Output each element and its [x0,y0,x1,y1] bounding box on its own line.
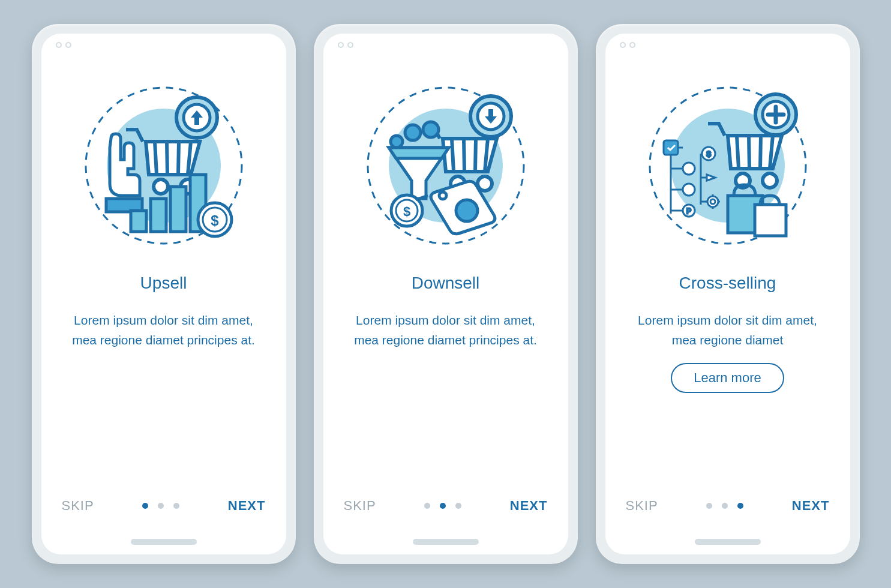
page-indicator [142,503,179,509]
arrow-down-icon [470,96,511,137]
camera-speaker-dots [620,42,635,48]
cross-selling-illustration: P $ [638,76,818,256]
upsell-illustration: $ [74,76,254,256]
dot [722,503,728,509]
svg-line-4 [178,142,179,175]
svg-line-41 [760,136,761,169]
svg-line-40 [749,136,749,169]
onboarding-nav: SKIP NEXT [626,498,830,514]
svg-point-6 [154,179,168,194]
svg-rect-11 [131,211,146,232]
svg-point-35 [456,200,478,221]
dot [142,503,148,509]
skip-button[interactable]: SKIP [626,498,658,514]
skip-button[interactable]: SKIP [344,498,376,514]
svg-point-63 [707,196,718,207]
next-button[interactable]: NEXT [792,498,830,514]
svg-point-34 [439,192,446,199]
dot [158,503,164,509]
svg-line-21 [464,139,464,172]
screen-title: Upsell [140,274,187,293]
svg-line-22 [475,139,476,172]
onboarding-nav: SKIP NEXT [344,498,548,514]
svg-text:P: P [686,207,691,215]
svg-rect-66 [755,205,786,236]
svg-rect-13 [170,187,186,232]
home-indicator [131,539,197,545]
next-button[interactable]: NEXT [228,498,266,514]
dot [706,503,712,509]
svg-point-29 [423,122,439,137]
phone-mockup: $ Downsell Lorem ipsum dolor sit dim ame… [314,24,578,564]
dot [424,503,430,509]
onboarding-screen-3: P $ Cross-selling Lorem ipsum dolor sit … [605,34,850,554]
dot [173,503,179,509]
phone-mockup: $ Upsell Lorem ipsum dolor sit dim amet,… [32,24,296,564]
screen-title: Downsell [412,274,480,293]
screen-description: Lorem ipsum dolor sit dim amet, mea regi… [62,311,266,350]
next-button[interactable]: NEXT [510,498,548,514]
arrow-up-icon [176,97,217,138]
svg-text:$: $ [211,212,219,229]
svg-line-2 [155,142,157,175]
dot [440,503,446,509]
home-indicator [413,539,479,545]
downsell-illustration: $ [356,76,536,256]
svg-point-51 [683,163,695,175]
camera-speaker-dots [56,42,71,48]
svg-line-39 [737,136,739,169]
page-indicator [706,503,743,509]
learn-more-button[interactable]: Learn more [671,363,784,393]
screen-description: Lorem ipsum dolor sit dim amet, mea regi… [626,311,830,350]
svg-rect-49 [664,140,678,155]
svg-text:$: $ [706,149,711,158]
svg-rect-12 [151,199,166,232]
onboarding-screen-2: $ Downsell Lorem ipsum dolor sit dim ame… [323,34,568,554]
screen-description: Lorem ipsum dolor sit dim amet, mea regi… [344,311,548,350]
camera-speaker-dots [338,42,353,48]
svg-point-30 [391,136,403,148]
svg-line-3 [167,142,167,175]
page-indicator [424,503,461,509]
svg-line-20 [452,139,454,172]
phone-mockup: P $ Cross-selling Lorem ipsum dolor sit … [596,24,860,564]
svg-text:$: $ [403,204,410,219]
dot [737,503,743,509]
home-indicator [695,539,761,545]
screen-title: Cross-selling [679,274,776,293]
plus-icon [755,94,796,135]
onboarding-nav: SKIP NEXT [62,498,266,514]
svg-point-53 [683,184,695,196]
dot [455,503,461,509]
skip-button[interactable]: SKIP [62,498,94,514]
onboarding-screen-1: $ Upsell Lorem ipsum dolor sit dim amet,… [41,34,286,554]
dollar-icon: $ [198,203,232,236]
svg-point-28 [405,125,421,140]
svg-point-44 [763,173,777,188]
